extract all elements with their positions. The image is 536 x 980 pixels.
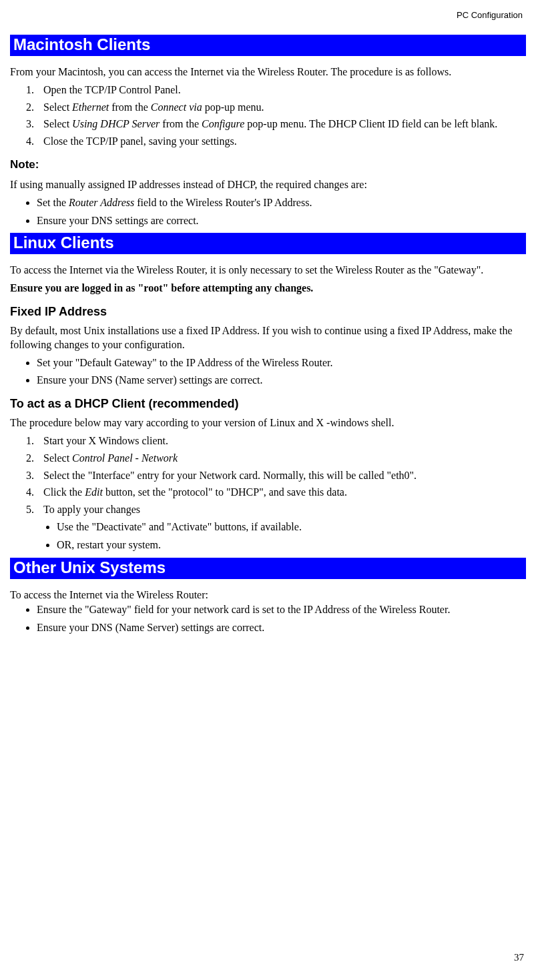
- list-item: Start your X Windows client.: [37, 434, 526, 448]
- fixed-ip-bullets: Set your "Default Gateway" to the IP Add…: [37, 356, 526, 388]
- fixed-ip-intro: By default, most Unix installations use …: [10, 324, 526, 352]
- list-item: OR, restart your system.: [57, 538, 526, 552]
- list-item: Ensure the "Gateway" field for your netw…: [37, 603, 526, 617]
- linux-root-warning: Ensure you are logged in as "root" befor…: [10, 282, 526, 296]
- list-item: Set the Router Address field to the Wire…: [37, 196, 526, 210]
- list-item: To apply your changes: [37, 503, 526, 517]
- heading-fixed-ip: Fixed IP Address: [10, 305, 526, 319]
- heading-dhcp-client: To act as a DHCP Client (recommended): [10, 397, 526, 411]
- note-bullets: Set the Router Address field to the Wire…: [37, 196, 526, 228]
- page-number: 37: [514, 952, 524, 963]
- heading-other-unix: Other Unix Systems: [10, 558, 526, 579]
- page-header-label: PC Configuration: [10, 10, 526, 20]
- list-item: Set your "Default Gateway" to the IP Add…: [37, 356, 526, 370]
- list-item: Ensure your DNS (Name server) settings a…: [37, 374, 526, 388]
- list-item: Select Using DHCP Server from the Config…: [37, 117, 526, 131]
- dhcp-intro: The procedure below may vary according t…: [10, 416, 526, 430]
- list-item: Ensure your DNS settings are correct.: [37, 214, 526, 228]
- note-intro: If using manually assigned IP addresses …: [10, 178, 526, 192]
- linux-intro: To access the Internet via the Wireless …: [10, 264, 526, 278]
- mac-steps-list: Open the TCP/IP Control Panel. Select Et…: [37, 83, 526, 149]
- list-item: Ensure your DNS (Name Server) settings a…: [37, 621, 526, 635]
- unix-intro: To access the Internet via the Wireless …: [10, 588, 526, 602]
- list-item: Select Control Panel - Network: [37, 452, 526, 466]
- heading-linux: Linux Clients: [10, 233, 526, 254]
- list-item: Close the TCP/IP panel, saving your sett…: [37, 135, 526, 149]
- list-item: Open the TCP/IP Control Panel.: [37, 83, 526, 97]
- list-item: Use the "Deactivate" and "Activate" butt…: [57, 520, 526, 534]
- list-item: Select the "Interface" entry for your Ne…: [37, 469, 526, 483]
- list-item: Select Ethernet from the Connect via pop…: [37, 101, 526, 115]
- list-item: Click the Edit button, set the "protocol…: [37, 486, 526, 500]
- note-heading: Note:: [10, 158, 526, 171]
- dhcp-sub-bullets: Use the "Deactivate" and "Activate" butt…: [57, 520, 526, 552]
- mac-intro: From your Macintosh, you can access the …: [10, 65, 526, 79]
- dhcp-steps-list: Start your X Windows client. Select Cont…: [37, 434, 526, 517]
- unix-bullets: Ensure the "Gateway" field for your netw…: [37, 603, 526, 635]
- heading-macintosh: Macintosh Clients: [10, 35, 526, 56]
